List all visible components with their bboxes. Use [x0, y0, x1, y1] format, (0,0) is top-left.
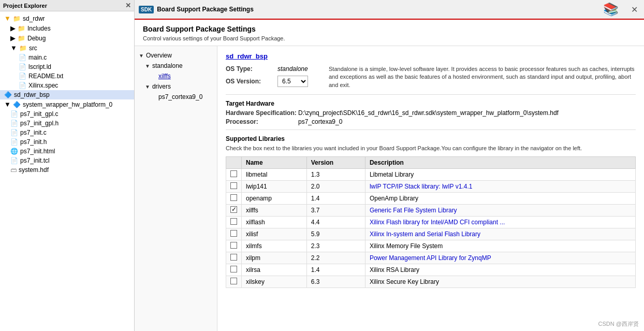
checkbox-unchecked-icon[interactable]	[230, 242, 237, 249]
checkbox-unchecked-icon[interactable]	[230, 182, 237, 189]
lib-name-cell: xilrsa	[242, 264, 307, 276]
tree-item-sd-rdwr[interactable]: ▼ 📁 sd_rdwr	[0, 13, 134, 23]
os-description: Standalone is a simple, low-level softwa…	[329, 65, 636, 90]
nav-item-ps7-cortexa9[interactable]: ps7_cortexa9_0	[135, 92, 217, 102]
os-type-row: OS Type: standalone	[226, 65, 308, 73]
os-version-select[interactable]: 6.5	[277, 76, 308, 87]
lib-name-cell: openamp	[242, 193, 307, 205]
lib-checkbox-cell[interactable]	[226, 252, 242, 264]
file-icon-ps7gplh: 📄	[10, 120, 18, 127]
lib-version-cell: 6.3	[306, 276, 365, 288]
checkbox-unchecked-icon[interactable]	[230, 254, 237, 261]
lib-description-cell: lwIP TCP/IP Stack library: lwIP v1.4.1	[365, 181, 635, 193]
tree-item-ps7-init-html[interactable]: 🌐 ps7_init.html	[0, 147, 134, 156]
tree-item-ps7-init-c[interactable]: 📄 ps7_init.c	[0, 128, 134, 137]
table-row: xilskey6.3Xilinx Secure Key Library	[226, 276, 636, 288]
tree-item-sd-rdwr-bsp[interactable]: 🔷 sd_rdwr_bsp	[0, 90, 134, 99]
lib-checkbox-cell[interactable]	[226, 193, 242, 205]
project-explorer-close[interactable]: ✕	[125, 2, 131, 9]
dialog-titlebar-left: SDK Board Support Package Settings	[139, 6, 254, 13]
checkbox-unchecked-icon[interactable]	[230, 266, 237, 272]
nav-item-overview[interactable]: ▼ Overview	[135, 50, 217, 61]
titlebar-right: 📚 ✕	[603, 2, 640, 17]
lib-description-link[interactable]: Xilinx Flash library for Intel/AMD CFI c…	[370, 219, 505, 226]
nav-item-xilffs[interactable]: xilffs	[135, 71, 217, 81]
lib-name-cell: lwip141	[242, 181, 307, 193]
divider-1	[226, 94, 636, 95]
lib-checkbox-cell[interactable]	[226, 205, 242, 217]
lib-description-cell: Xilinx RSA Library	[365, 264, 635, 276]
lib-checkbox-cell[interactable]	[226, 228, 242, 240]
tree-item-src[interactable]: ▼ 📁 src	[0, 43, 134, 53]
sdk-badge: SDK	[139, 6, 154, 13]
tree-item-lscript[interactable]: 📄 lscript.ld	[0, 62, 134, 71]
arrow-wrapper-icon: ▼	[4, 100, 11, 108]
nav-label-overview: Overview	[146, 52, 172, 59]
arrow-right-icon: ▶	[10, 24, 16, 32]
nav-item-drivers[interactable]: ▼ drivers	[135, 81, 217, 92]
checkbox-unchecked-icon[interactable]	[230, 230, 237, 237]
checkbox-unchecked-icon[interactable]	[230, 170, 237, 177]
tree-item-ps7-init-tcl[interactable]: 📄 ps7_init.tcl	[0, 156, 134, 165]
lib-checkbox-cell[interactable]	[226, 181, 242, 193]
lib-name-cell: xilpm	[242, 252, 307, 264]
lib-checkbox-cell[interactable]	[226, 217, 242, 228]
supported-libraries-desc: Check the box next to the libraries you …	[226, 145, 636, 152]
nav-label-standalone: standalone	[152, 62, 183, 69]
tree-item-ps7-init-gpl-h[interactable]: 📄 ps7_init_gpl.h	[0, 119, 134, 128]
processor-value: ps7_cortexa9_0	[298, 118, 342, 125]
tree-item-xilinx-spec[interactable]: 📄 Xilinx.spec	[0, 81, 134, 90]
lib-version-cell: 2.2	[306, 252, 365, 264]
tree-item-readme[interactable]: 📄 README.txt	[0, 71, 134, 81]
tree-item-debug[interactable]: ▶ 📁 Debug	[0, 33, 134, 43]
tree-item-system-wrapper[interactable]: ▼ 🔷 system_wrapper_hw_platform_0	[0, 99, 134, 109]
table-row: xilmfs2.3Xilinx Memory File System	[226, 240, 636, 252]
folder-icon-includes: 📁	[18, 25, 25, 32]
tree-item-main-c[interactable]: 📄 main.c	[0, 53, 134, 62]
checkbox-checked-icon[interactable]	[230, 206, 237, 213]
file-icon-xilinx-spec: 📄	[19, 82, 26, 89]
lib-checkbox-cell[interactable]	[226, 264, 242, 276]
tree-label-readme: README.txt	[28, 73, 63, 80]
lib-description-link[interactable]: Power Management API Library for ZynqMP	[370, 254, 491, 262]
file-icon-ps7c: 📄	[10, 129, 18, 136]
os-type-value: standalone	[277, 65, 308, 73]
nav-panel: ▼ Overview ▼ standalone xilffs ▼ drivers…	[135, 46, 217, 331]
tree-item-includes[interactable]: ▶ 📁 Includes	[0, 23, 134, 33]
lib-checkbox-cell[interactable]	[226, 240, 242, 252]
lib-checkbox-cell[interactable]	[226, 169, 242, 181]
tree-item-ps7-init-gpl-c[interactable]: 📄 ps7_init_gpl.c	[0, 109, 134, 119]
os-left: OS Type: standalone OS Version: 6.5	[226, 65, 308, 90]
tree-item-system-hdf[interactable]: 🗃 system.hdf	[0, 165, 134, 175]
bsp-title: sd_rdwr_bsp	[226, 52, 636, 60]
tree-label-ps7-init-html: ps7_init.html	[20, 148, 55, 155]
os-type-label: OS Type:	[226, 65, 277, 73]
tree-label-main-c: main.c	[28, 54, 47, 61]
table-row: xilflash4.4Xilinx Flash library for Inte…	[226, 217, 636, 228]
lib-description-link[interactable]: Xilinx In-system and Serial Flash Librar…	[370, 231, 480, 238]
hw-spec-row: Hardware Specification: D:\zynq_project\…	[226, 109, 636, 117]
lib-version-cell: 1.4	[306, 264, 365, 276]
checkbox-unchecked-icon[interactable]	[230, 218, 237, 225]
dialog-close-button[interactable]: ✕	[629, 5, 640, 15]
lib-description-link[interactable]: lwIP TCP/IP Stack library: lwIP v1.4.1	[370, 183, 473, 190]
lib-description-cell: OpenAmp Library	[365, 193, 635, 205]
project-explorer-title: Project Explorer	[3, 3, 47, 9]
lib-description-cell: Xilinx Memory File System	[365, 240, 635, 252]
lib-checkbox-cell[interactable]	[226, 276, 242, 288]
file-icon-ps7tcl: 📄	[10, 157, 18, 164]
checkbox-unchecked-icon[interactable]	[230, 194, 237, 201]
tree-item-ps7-init-h[interactable]: 📄 ps7_init.h	[0, 137, 134, 147]
dialog-titlebar: SDK Board Support Package Settings 📚 ✕	[135, 0, 644, 20]
arrow-src-icon: ▼	[10, 44, 17, 52]
lib-description-link[interactable]: Generic Fat File System Library	[370, 207, 457, 214]
table-row: xilrsa1.4Xilinx RSA Library	[226, 264, 636, 276]
checkbox-unchecked-icon[interactable]	[230, 278, 237, 284]
tree-label-sd-rdwr-bsp: sd_rdwr_bsp	[14, 91, 50, 98]
hw-spec-label: Hardware Specification:	[226, 109, 298, 117]
folder-icon-debug: 📁	[18, 35, 25, 42]
nav-arrow-overview: ▼	[139, 53, 144, 59]
folder-icon-sdrdwr: 📁	[13, 15, 21, 22]
nav-item-standalone[interactable]: ▼ standalone	[135, 61, 217, 71]
file-icon-main: 📄	[19, 54, 26, 61]
